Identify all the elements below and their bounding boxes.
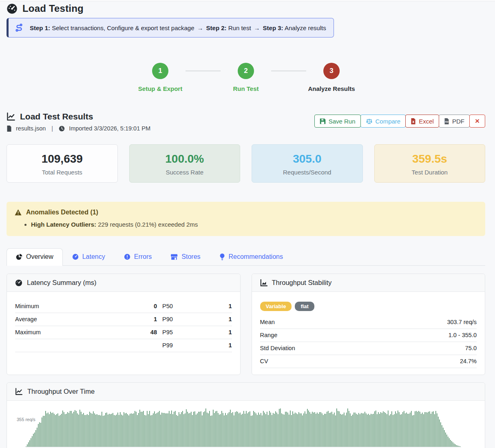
bar xyxy=(323,415,324,447)
step3-label: Step 3: xyxy=(263,24,283,31)
bar xyxy=(384,412,385,447)
bar xyxy=(366,413,367,447)
bar xyxy=(434,414,435,447)
results-title: Load Test Results xyxy=(20,112,93,121)
bar xyxy=(168,413,168,447)
bar xyxy=(257,415,258,447)
bar xyxy=(175,411,176,447)
bar xyxy=(338,411,338,447)
bar xyxy=(259,415,260,447)
banner-text: Step 1: Select transactions, Configure &… xyxy=(30,24,326,31)
bar xyxy=(181,412,182,447)
area-chart-icon xyxy=(260,279,267,287)
bar xyxy=(443,428,444,447)
bar xyxy=(245,414,245,447)
bar xyxy=(226,415,227,447)
excel-export-button[interactable]: Excel xyxy=(405,115,439,128)
bar xyxy=(295,413,296,447)
bar xyxy=(29,440,30,447)
close-button[interactable]: × xyxy=(469,115,485,128)
bar xyxy=(91,413,91,447)
bar xyxy=(92,414,93,447)
tab-recommendations[interactable]: Recommendations xyxy=(210,248,292,265)
latency-summary-header: Latency Summary (ms) xyxy=(7,274,240,292)
bar xyxy=(254,412,255,447)
bar xyxy=(122,415,123,447)
bar xyxy=(252,415,253,447)
bar xyxy=(319,412,320,447)
bar xyxy=(427,413,428,447)
bar xyxy=(401,414,402,447)
file-icon xyxy=(7,126,12,132)
bar xyxy=(57,413,58,447)
stepper-connector xyxy=(271,71,306,71)
stat-label: Total Requests xyxy=(10,169,114,176)
step-circle-1[interactable]: 1 xyxy=(152,63,168,79)
bar xyxy=(298,412,299,447)
bar xyxy=(416,411,417,447)
bar xyxy=(197,413,198,447)
bar xyxy=(373,414,374,447)
bar xyxy=(135,411,135,447)
bar xyxy=(225,413,226,447)
bar xyxy=(303,413,304,447)
bar xyxy=(407,414,408,447)
bar xyxy=(317,413,318,447)
bar xyxy=(243,411,244,447)
bar xyxy=(440,422,441,447)
bar xyxy=(136,412,137,447)
bar xyxy=(97,414,97,447)
bar xyxy=(409,414,409,447)
compare-button[interactable]: Compare xyxy=(360,115,406,128)
stat-label: Success Rate xyxy=(133,169,237,176)
throughput-chart-header: Throughput Over Time xyxy=(7,383,485,401)
tab-stores[interactable]: Stores xyxy=(161,248,210,265)
bar xyxy=(84,415,85,447)
tab-overview[interactable]: Overview xyxy=(7,248,63,266)
bar xyxy=(350,413,351,447)
bar xyxy=(207,413,208,447)
bar xyxy=(218,413,219,447)
warning-triangle-icon xyxy=(15,209,22,216)
arrow-1: → xyxy=(197,24,203,31)
latency-summary-panel: Latency Summary (ms) Minimum0 P501 Avera… xyxy=(7,274,241,375)
bar xyxy=(333,414,334,447)
tachometer-icon xyxy=(7,3,18,14)
save-run-button[interactable]: Save Run xyxy=(314,115,361,128)
bar xyxy=(307,409,308,447)
bar xyxy=(418,411,419,447)
bar xyxy=(27,444,28,447)
bar xyxy=(382,413,382,447)
bar xyxy=(35,430,36,447)
bar xyxy=(111,414,112,447)
bar xyxy=(198,412,199,447)
bar xyxy=(51,413,52,447)
bar xyxy=(308,410,309,447)
y-axis-label: 355 req/s xyxy=(17,417,35,422)
bar xyxy=(256,413,256,447)
bar xyxy=(182,411,183,447)
bar xyxy=(83,413,84,447)
tab-errors[interactable]: Errors xyxy=(115,248,161,265)
store-icon xyxy=(170,254,178,260)
bar xyxy=(371,414,371,447)
tab-latency[interactable]: Latency xyxy=(63,248,115,265)
bar xyxy=(438,417,439,447)
stat-requests-per-second: 305.0 Requests/Second xyxy=(252,144,363,183)
bar xyxy=(196,415,197,447)
badge-flat: flat xyxy=(295,302,314,311)
pdf-export-button[interactable]: PDF PDF xyxy=(439,115,470,128)
bar xyxy=(34,433,35,447)
bar xyxy=(86,415,86,447)
balance-scale-icon xyxy=(366,118,373,124)
bar xyxy=(394,414,395,447)
bar xyxy=(276,413,277,447)
step-label-2: Run Test xyxy=(233,85,259,92)
step-circle-2[interactable]: 2 xyxy=(238,63,254,79)
bar xyxy=(445,433,446,447)
bar xyxy=(139,410,140,447)
bar xyxy=(228,413,228,447)
step-circle-3[interactable]: 3 xyxy=(323,63,340,79)
bar xyxy=(301,413,302,447)
bar xyxy=(46,413,47,447)
